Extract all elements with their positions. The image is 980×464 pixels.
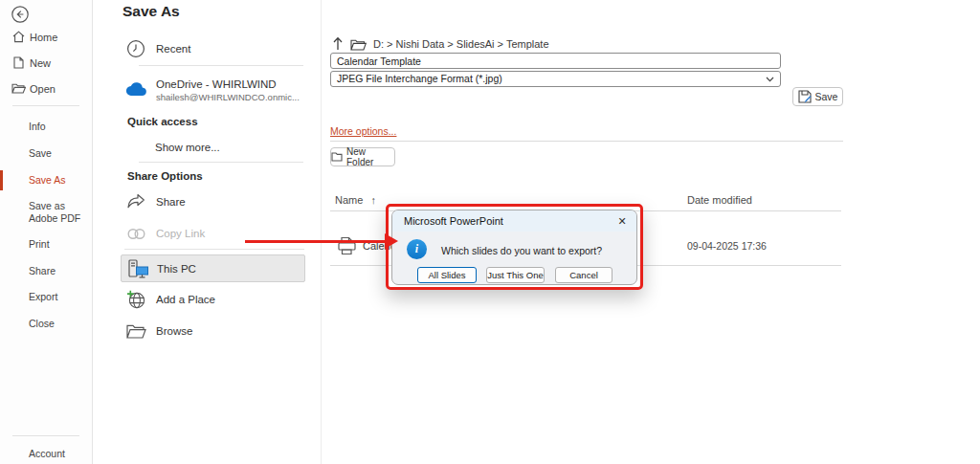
quick-access-header: Quick access [127, 115, 198, 128]
sidebar-item-share[interactable]: Share [29, 263, 56, 278]
place-item-copy-link: Copy Link [156, 227, 205, 240]
filename-input[interactable] [330, 53, 781, 69]
sort-ascending-icon: ↑ [370, 194, 376, 206]
sidebar-item-info[interactable]: Info [29, 119, 46, 134]
sidebar-item-save-as-adobe-pdf[interactable]: Save as Adobe PDF [29, 200, 88, 225]
place-item-onedrive[interactable]: OneDrive - WHIRLWIND [156, 77, 277, 91]
breadcrumb[interactable]: D: > Nishi Data > SlidesAi > Template [373, 38, 549, 50]
browse-folder-icon [126, 324, 146, 339]
share-icon [126, 193, 145, 210]
sidebar-item-export[interactable]: Export [29, 289, 57, 304]
info-icon: i [407, 239, 427, 259]
onedrive-icon [125, 82, 147, 97]
place-item-browse[interactable]: Browse [156, 324, 192, 338]
new-folder-button[interactable]: New Folder [330, 147, 395, 166]
link-icon [126, 228, 146, 240]
home-icon [12, 31, 25, 43]
new-folder-label: New Folder [346, 146, 394, 167]
add-place-globe-icon [126, 290, 146, 310]
selected-indicator [0, 170, 3, 190]
open-folder-icon [11, 83, 26, 94]
file-date-cell: 09-04-2025 17:36 [687, 240, 767, 252]
new-folder-icon [331, 152, 343, 162]
export-slides-dialog: Microsoft PowerPoint ✕ i Which slides do… [391, 210, 637, 285]
just-this-one-button[interactable]: Just This One [486, 267, 545, 283]
sidebar-item-open[interactable]: Open [30, 81, 56, 97]
onedrive-account-email: shailesh@WHIRLWINDCO.onmic... [156, 92, 300, 103]
dialog-title: Microsoft PowerPoint [404, 210, 503, 232]
chevron-down-icon [766, 77, 774, 82]
back-icon [11, 5, 30, 24]
divider [330, 141, 843, 142]
sidebar-item-home[interactable]: Home [30, 30, 57, 45]
date-modified-column-header[interactable]: Date modified [687, 194, 752, 206]
show-more-link[interactable]: Show more... [155, 141, 220, 154]
divider [12, 105, 79, 106]
breadcrumb-folder-icon [350, 39, 367, 51]
save-as-places-panel: Save As Recent OneDrive - WHIRLWIND shai… [93, 0, 322, 464]
sidebar-item-print[interactable]: Print [29, 236, 50, 252]
place-item-recent[interactable]: Recent [156, 42, 190, 55]
page-title: Save As [122, 3, 180, 20]
backstage-left-rail: Home New Open Info Save Save As Save as … [0, 0, 93, 464]
this-pc-icon [127, 259, 149, 279]
sidebar-item-close[interactable]: Close [29, 316, 55, 331]
save-floppy-icon [798, 90, 812, 103]
file-icon [336, 235, 358, 257]
more-options-link[interactable]: More options... [330, 125, 396, 137]
sidebar-item-new[interactable]: New [30, 55, 51, 71]
divider [124, 249, 304, 250]
all-slides-button[interactable]: All Slides [417, 267, 477, 283]
name-header-label: Name [335, 194, 363, 206]
clock-icon [126, 39, 145, 58]
share-options-header: Share Options [127, 169, 203, 183]
save-button-label: Save [815, 91, 838, 102]
close-icon[interactable]: ✕ [612, 210, 633, 232]
divider [12, 435, 79, 436]
place-item-share[interactable]: Share [156, 195, 186, 209]
sidebar-item-save[interactable]: Save [29, 145, 52, 161]
this-pc-label: This PC [157, 262, 196, 276]
dialog-titlebar: Microsoft PowerPoint ✕ [392, 210, 636, 232]
new-document-icon [13, 56, 24, 69]
sidebar-item-save-as[interactable]: Save As [29, 172, 66, 188]
dialog-message: Which slides do you want to export? [441, 245, 602, 256]
place-item-this-pc[interactable]: This PC [121, 254, 305, 282]
divider [139, 65, 303, 66]
place-item-add-a-place[interactable]: Add a Place [156, 293, 215, 306]
cancel-button[interactable]: Cancel [555, 267, 612, 283]
save-button[interactable]: Save [792, 87, 843, 106]
divider [139, 162, 303, 163]
filetype-select[interactable]: JPEG File Interchange Format (*.jpg) [330, 71, 781, 87]
back-button[interactable] [11, 5, 30, 24]
name-column-header[interactable]: Name ↑ [335, 194, 376, 206]
filetype-value: JPEG File Interchange Format (*.jpg) [337, 72, 502, 86]
up-directory-icon[interactable] [332, 36, 344, 51]
sidebar-item-account[interactable]: Account [29, 446, 65, 461]
